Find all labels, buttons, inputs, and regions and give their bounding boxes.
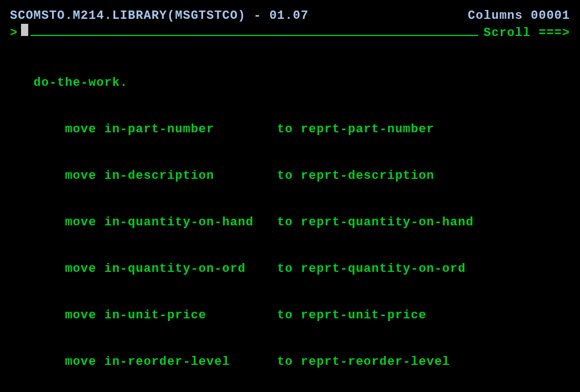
dataset-title: SCOMSTO.M214.LIBRARY(MSGTSTCO) - 01.07 [10,9,309,23]
cursor [21,24,28,36]
code-line[interactable]: move in-part-number to reprt-part-number [10,122,570,137]
code-line[interactable]: move in-description to reprt-description [10,168,570,184]
editor-header: SCOMSTO.M214.LIBRARY(MSGTSTCO) - 01.07 C… [10,9,570,23]
code-line[interactable]: move in-quantity-on-ord to reprt-quantit… [10,261,570,277]
code-line[interactable]: move in-quantity-on-hand to reprt-quanti… [10,215,570,230]
command-prompt: > [10,26,18,40]
code-line[interactable]: move in-unit-price to reprt-unit-price [10,308,570,323]
columns-indicator: Columns 00001 [468,9,570,23]
code-line[interactable]: do-the-work. [10,75,570,91]
code-area[interactable]: do-the-work. move in-part-number to repr… [10,44,570,392]
command-line[interactable]: > Scroll ===> [10,24,570,40]
command-input-area[interactable] [30,24,478,36]
scroll-label: Scroll ===> [484,26,570,40]
code-line[interactable]: move in-reorder-level to reprt-reorder-l… [10,354,570,370]
